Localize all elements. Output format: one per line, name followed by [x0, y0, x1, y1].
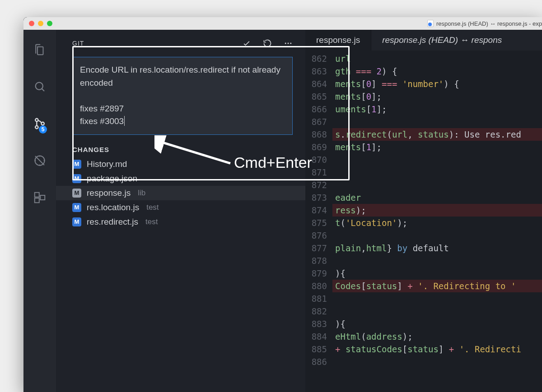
svg-rect-7: [40, 195, 45, 200]
code-line: [332, 355, 542, 368]
commit-message-input[interactable]: Encode URL in res.location/res.redirect …: [72, 57, 293, 135]
window-maximize-button[interactable]: [47, 21, 52, 26]
modified-badge: M: [72, 174, 81, 183]
code-line: t('Location');: [332, 217, 542, 229]
modified-badge: M: [72, 189, 81, 198]
refresh-action[interactable]: [263, 39, 272, 48]
svg-rect-5: [35, 193, 39, 197]
explorer-activity[interactable]: [31, 41, 49, 59]
line-gutter: 8628638648658668678688698708718728738748…: [305, 51, 332, 392]
file-icon: [427, 20, 434, 27]
code-line: ments[0];: [332, 90, 542, 103]
code-line: ments[0] === 'number') {: [332, 78, 542, 90]
code-line: [332, 292, 542, 305]
code-line: [332, 179, 542, 191]
editor-body[interactable]: 8628638648658668678688698708718728738748…: [305, 51, 542, 392]
svg-point-8: [285, 43, 286, 44]
code-line: plain,html} by default: [332, 242, 542, 254]
change-row[interactable]: MHistory.md: [56, 157, 305, 171]
tab-diff[interactable]: response.js (HEAD) ↔ respons: [371, 30, 513, 51]
window-minimize-button[interactable]: [38, 21, 43, 26]
change-file: response.js: [87, 188, 131, 198]
svg-point-2: [35, 126, 38, 129]
code-line: s.redirect(url, status): Use res.red: [332, 128, 542, 141]
code-line: [332, 305, 542, 318]
modified-badge: M: [72, 203, 81, 212]
workbench: 5 GIT: [23, 30, 542, 392]
change-file: res.location.js: [87, 203, 139, 212]
change-folder: lib: [138, 189, 145, 198]
change-row[interactable]: Mpackage.json: [56, 171, 305, 186]
code-line: [332, 115, 542, 128]
changes-header[interactable]: CHANGES: [56, 142, 305, 157]
code-line: url: [332, 52, 542, 65]
code-line: Codes[status] + '. Redirecting to ': [332, 280, 542, 292]
traffic-lights: [23, 21, 52, 26]
change-folder: test: [146, 203, 159, 212]
code-line: gth === 2) {: [332, 65, 542, 78]
modified-badge: M: [72, 217, 81, 226]
titlebar: response.js (HEAD) ↔ response.js - exp: [23, 17, 542, 30]
svg-point-10: [290, 43, 291, 44]
debug-activity[interactable]: [31, 152, 49, 170]
editor-tabs: response.jsresponse.js (HEAD) ↔ respons: [305, 30, 542, 51]
change-row[interactable]: Mres.location.jstest: [56, 200, 305, 215]
scm-badge: 5: [39, 125, 47, 134]
code-line: + statusCodes[status] + '. Redirecti: [332, 343, 542, 355]
source-control-activity[interactable]: 5: [31, 115, 49, 133]
window-title-text: response.js (HEAD) ↔ response.js - exp: [436, 20, 542, 27]
change-file: res.redirect.js: [87, 217, 138, 227]
change-row[interactable]: Mresponse.jslib: [56, 186, 305, 200]
modified-badge: M: [72, 160, 81, 169]
code-line: [332, 153, 542, 166]
code-line: uments[1];: [332, 103, 542, 115]
code-line: eHtml(address);: [332, 330, 542, 343]
code-line: [332, 229, 542, 242]
more-actions[interactable]: [284, 39, 293, 48]
svg-point-0: [36, 83, 43, 90]
svg-point-9: [288, 43, 289, 44]
svg-point-1: [35, 119, 38, 121]
code-area[interactable]: urlgth === 2) {ments[0] === 'number') {m…: [332, 51, 542, 392]
commit-action[interactable]: [242, 39, 251, 48]
vscode-window: response.js (HEAD) ↔ response.js - exp 5: [23, 17, 542, 392]
editor: response.jsresponse.js (HEAD) ↔ respons …: [305, 30, 542, 392]
code-line: [332, 254, 542, 267]
change-file: History.md: [87, 159, 127, 169]
changes-list: MHistory.mdMpackage.jsonMresponse.jslibM…: [56, 157, 305, 229]
search-activity[interactable]: [31, 78, 49, 96]
window-close-button[interactable]: [29, 21, 34, 26]
code-line: ){: [332, 267, 542, 280]
change-row[interactable]: Mres.redirect.jstest: [56, 215, 305, 229]
git-panel: GIT Encode URL in res.location/res.redir…: [56, 30, 305, 392]
svg-rect-6: [35, 198, 39, 203]
change-file: package.json: [87, 174, 137, 184]
code-line: ress);: [332, 204, 542, 217]
tab-response-js[interactable]: response.js: [305, 30, 371, 51]
activity-bar: 5: [23, 30, 56, 392]
change-folder: test: [145, 217, 158, 226]
git-panel-title: GIT: [72, 40, 84, 47]
code-line: ){: [332, 318, 542, 330]
code-line: ments[1];: [332, 141, 542, 153]
git-panel-actions: [242, 39, 293, 48]
git-panel-header: GIT: [56, 30, 305, 53]
code-line: [332, 166, 542, 179]
code-line: eader: [332, 191, 542, 204]
extensions-activity[interactable]: [31, 189, 49, 207]
